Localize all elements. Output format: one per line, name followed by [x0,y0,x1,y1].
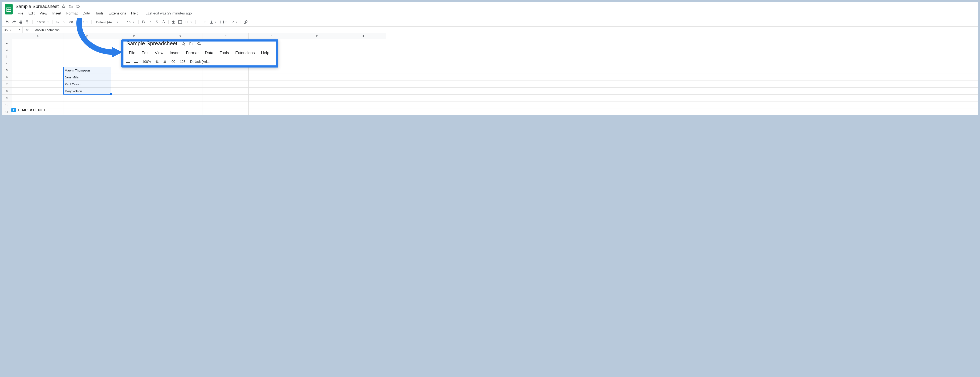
cell[interactable] [12,74,64,81]
menu-format[interactable]: Format [183,50,201,56]
star-icon[interactable] [62,5,66,9]
cell[interactable] [340,53,386,60]
cell[interactable] [340,46,386,53]
cell[interactable] [294,108,340,115]
cell[interactable] [203,74,248,81]
print-button[interactable] [18,19,24,25]
cell[interactable] [111,67,157,74]
menu-extensions[interactable]: Extensions [232,50,257,56]
menu-help[interactable]: Help [129,11,140,16]
cell[interactable] [12,95,64,101]
cell[interactable] [157,108,203,115]
menu-extensions[interactable]: Extensions [107,11,128,16]
text-wrap-dropdown[interactable] [218,19,228,25]
cell[interactable] [12,67,64,74]
cell[interactable] [248,88,294,94]
menu-file[interactable]: File [16,11,25,16]
cell[interactable] [248,101,294,108]
zoom-dropdown[interactable]: 100% [34,19,51,25]
cell[interactable] [64,39,111,46]
column-header[interactable]: B [64,33,111,39]
cell[interactable] [248,74,294,81]
cell[interactable] [157,74,203,81]
cell[interactable] [203,88,248,94]
menu-edit[interactable]: Edit [26,11,37,16]
cell[interactable] [340,81,386,87]
cell[interactable] [340,95,386,101]
cell[interactable] [64,108,111,115]
cell[interactable] [294,88,340,94]
cell[interactable] [111,95,157,101]
text-rotation-dropdown[interactable] [229,19,239,25]
cell[interactable] [12,60,64,67]
cell[interactable] [64,60,111,67]
cell[interactable] [203,108,248,115]
row-header[interactable]: 11 [2,108,12,115]
cell[interactable]: Mary Wilson [64,88,111,94]
cell[interactable] [294,95,340,101]
cell[interactable] [248,67,294,74]
cell[interactable] [12,101,64,108]
row-header[interactable]: 2 [2,46,12,53]
undo-button[interactable] [4,19,11,25]
row-header[interactable]: 6 [2,74,12,81]
cell[interactable] [12,81,64,87]
cell[interactable] [111,88,157,94]
menu-insert[interactable]: Insert [167,50,182,56]
column-header[interactable]: E [203,33,248,39]
italic-button[interactable]: I [147,19,153,25]
menu-edit[interactable]: Edit [139,50,151,56]
column-header[interactable]: F [248,33,294,39]
column-header[interactable]: C [111,33,157,39]
cell[interactable] [64,46,111,53]
cell[interactable] [157,81,203,87]
cell[interactable] [340,88,386,94]
font-dropdown[interactable]: Default (Ari... [93,19,121,25]
horizontal-align-dropdown[interactable] [197,19,207,25]
cell[interactable] [12,46,64,53]
increase-decimal-button[interactable]: .00→ [68,19,76,25]
document-title[interactable]: Sample Spreadsheet [16,4,59,9]
cell[interactable] [111,74,157,81]
row-header[interactable]: 5 [2,67,12,74]
cell[interactable] [157,95,203,101]
vertical-align-dropdown[interactable] [208,19,218,25]
cell[interactable] [340,60,386,67]
cell[interactable] [157,101,203,108]
menu-tools[interactable]: Tools [217,50,231,56]
cell[interactable] [294,39,340,46]
strikethrough-button[interactable]: S [154,19,160,25]
cell[interactable] [340,101,386,108]
cell[interactable] [340,67,386,74]
cell[interactable] [111,81,157,87]
insert-link-button[interactable] [242,19,249,25]
cell[interactable] [248,81,294,87]
cell[interactable] [12,88,64,94]
bold-button[interactable]: B [140,19,146,25]
fill-color-button[interactable] [170,19,177,25]
menu-data[interactable]: Data [202,50,216,56]
paint-format-button[interactable] [24,19,31,25]
decrease-decimal-button[interactable]: .0← [61,19,67,25]
cell[interactable] [64,53,111,60]
cell[interactable] [157,88,203,94]
menu-tools[interactable]: Tools [93,11,106,16]
cell[interactable] [64,95,111,101]
row-header[interactable]: 7 [2,81,12,87]
cell[interactable] [203,81,248,87]
menu-view[interactable]: View [152,50,166,56]
menu-help[interactable]: Help [258,50,272,56]
text-color-button[interactable]: A [161,19,167,25]
cell[interactable] [111,108,157,115]
formula-input[interactable]: Marvin Thompson [32,28,978,32]
menu-file[interactable]: File [126,50,138,56]
row-header[interactable]: 9 [2,95,12,101]
cell[interactable] [294,53,340,60]
column-header[interactable]: A [12,33,64,39]
cell[interactable] [248,95,294,101]
last-edit-link[interactable]: Last edit was 29 minutes ago [145,11,192,16]
cloud-status-icon[interactable] [76,5,80,9]
select-all-corner[interactable] [2,33,12,39]
row-header[interactable]: 8 [2,88,12,94]
row-header[interactable]: 10 [2,101,12,108]
